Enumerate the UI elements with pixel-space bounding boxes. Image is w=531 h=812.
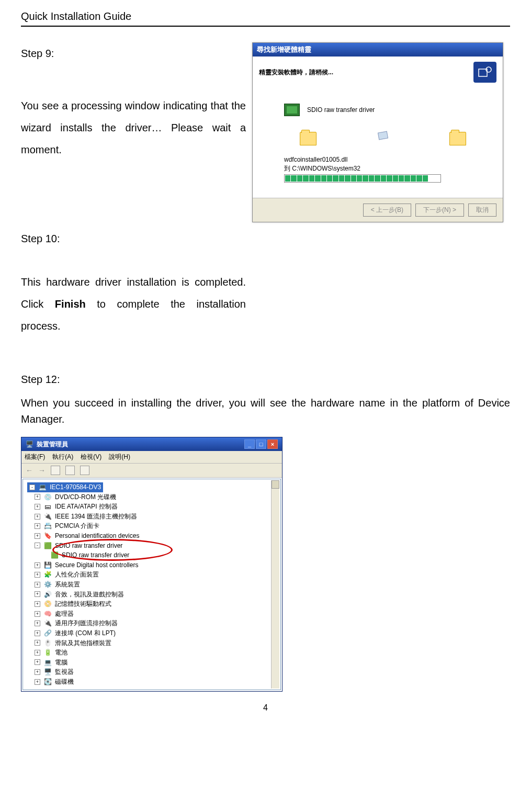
tree-node[interactable]: +💿DVD/CD-ROM 光碟機 [35,492,277,502]
devmgr-menubar: 檔案(F) 執行(A) 檢視(V) 說明(H) [21,451,282,464]
expand-icon[interactable]: + [35,611,40,617]
devmgr-titlebar: 🖥️ 裝置管理員 _ □ × [21,437,282,451]
tree-node[interactable]: +🧠處理器 [35,609,277,619]
tree-node[interactable]: +🔌IEEE 1394 匯流排主機控制器 [35,512,277,522]
device-icon: 💿 [43,493,52,501]
tree-node[interactable]: +🖱️滑鼠及其他指標裝置 [35,638,277,648]
wizard-icon [473,62,496,83]
flying-file-icon [378,131,388,140]
menu-file[interactable]: 檔案(F) [25,453,45,461]
tree-node[interactable]: +📇PCMCIA 介面卡 [35,521,277,531]
minimize-button[interactable]: _ [244,439,255,449]
progress-file-name: wdfcoinstaller01005.dll [284,156,482,163]
tree-node[interactable]: +🔊音效，視訊及遊戲控制器 [35,590,277,600]
device-icon: 🧠 [43,610,52,617]
tree-node-sdio-child[interactable]: 🟩SDIO raw transfer driver [35,550,277,560]
step12-label: Step 12: [21,374,510,386]
menu-action[interactable]: 執行(A) [52,453,73,461]
chip-icon [284,104,300,116]
maximize-button[interactable]: □ [256,439,266,449]
tree-node[interactable]: +💽磁碟機 [35,677,277,687]
progress-dest-path: 到 C:\WINDOWS\system32 [284,164,482,173]
step10-label: Step 10: [21,233,510,245]
tree-node[interactable]: +💻電腦 [35,658,277,668]
device-icon: 💽 [43,678,52,685]
device-icon: 🖥️ [43,669,52,676]
expand-icon[interactable]: + [35,582,40,588]
expand-icon[interactable]: + [35,679,40,685]
device-icon: 🔖 [43,532,52,539]
wizard-titlebar: 尋找新增硬體精靈 [253,43,503,57]
menu-view[interactable]: 檢視(V) [81,453,101,461]
expand-icon[interactable]: - [29,484,35,490]
device-icon: ⚙️ [43,581,52,588]
expand-icon[interactable]: + [35,494,40,500]
tree-node[interactable]: +💾Secure Digital host controllers [35,560,277,570]
device-icon: 🖱️ [43,639,52,647]
device-icon: 🧩 [43,571,52,579]
device-icon: 🔌 [43,620,52,627]
expand-icon[interactable]: + [35,659,40,665]
tree-node[interactable]: +🔖Personal identification devices [35,531,277,541]
page-number: 4 [21,703,510,713]
devmgr-app-icon: 🖥️ [26,441,33,448]
nav-back-icon[interactable]: ← [26,466,33,475]
expand-icon[interactable]: + [35,591,40,597]
menu-help[interactable]: 說明(H) [109,453,130,461]
scroll-up-button[interactable] [272,480,279,489]
tree-node[interactable]: +🔌通用序列匯流排控制器 [35,618,277,628]
expand-icon[interactable]: + [35,669,40,675]
device-icon: 🔊 [43,591,52,598]
expand-icon[interactable]: - [35,543,40,548]
tree-root[interactable]: - 💻 IEC1-970584-DV3 [27,482,103,492]
wizard-subtitle-text: 精靈安裝軟體時，請稍候... [259,68,333,77]
expand-icon[interactable]: + [35,601,40,607]
back-button[interactable]: < 上一步(B) [363,204,411,217]
expand-icon[interactable]: + [35,562,40,568]
toolbar-button[interactable] [80,466,89,475]
tree-node[interactable]: +🖴IDE ATA/ATAPI 控制器 [35,502,277,512]
toolbar-button[interactable] [51,466,60,475]
expand-icon[interactable]: + [35,650,40,656]
tree-node[interactable]: +🧩人性化介面裝置 [35,570,277,580]
expand-icon[interactable]: + [35,640,40,646]
expand-icon[interactable]: + [35,504,40,510]
hardware-wizard-window: 尋找新增硬體精靈 精靈安裝軟體時，請稍候... SDIO raw transfe… [252,42,503,222]
devmgr-title-text: 裝置管理員 [37,440,68,449]
expand-icon[interactable]: + [35,533,40,539]
cancel-button[interactable]: 取消 [468,204,496,217]
nav-forward-icon[interactable]: → [38,466,46,475]
devmgr-toolbar: ← → [21,464,282,478]
toolbar-button[interactable] [65,466,75,475]
folder-icon [449,132,466,145]
device-icon: 💻 [43,659,52,666]
wizard-footer: < 上一步(B) 下一步(N) > 取消 [253,198,503,222]
tree-node-sdio-parent[interactable]: -🟩SDIO raw transfer driver [35,541,277,551]
expand-icon[interactable]: + [35,630,40,636]
step12-text: When you succeed in installing the drive… [21,395,510,427]
expand-icon[interactable]: + [35,514,40,520]
expand-icon[interactable]: + [35,621,40,626]
tree-node[interactable]: +⚙️系統裝置 [35,580,277,590]
close-button[interactable]: × [267,439,278,449]
device-icon: 📀 [43,600,52,607]
tree-node[interactable]: +🔋電池 [35,648,277,658]
step9-column: Step 9: You see a processing window indi… [21,42,246,161]
next-button[interactable]: 下一步(N) > [415,204,464,217]
scrollbar[interactable] [271,480,279,689]
expand-icon[interactable]: + [35,523,40,529]
expand-icon[interactable]: + [35,572,40,578]
step9-text: You see a processing window indicating t… [21,95,246,161]
device-manager-window: 🖥️ 裝置管理員 _ □ × 檔案(F) 執行(A) 檢視(V) 說明(H) ←… [21,437,283,692]
root-label: IEC1-970584-DV3 [50,482,101,492]
wizard-subtitle-bar: 精靈安裝軟體時，請稍候... [253,57,503,88]
tree-node[interactable]: +🖥️監視器 [35,667,277,677]
tree-node[interactable]: +🔗連接埠 (COM 和 LPT) [35,628,277,638]
folder-icon [300,132,317,145]
device-icon: 🔗 [43,629,52,637]
tree-node[interactable]: +📀記憶體技術驅動程式 [35,599,277,609]
device-icon: 💾 [43,561,52,569]
device-icon: 🖴 [43,503,52,510]
device-icon: 📇 [43,523,52,530]
step9-label: Step 9: [21,42,246,64]
